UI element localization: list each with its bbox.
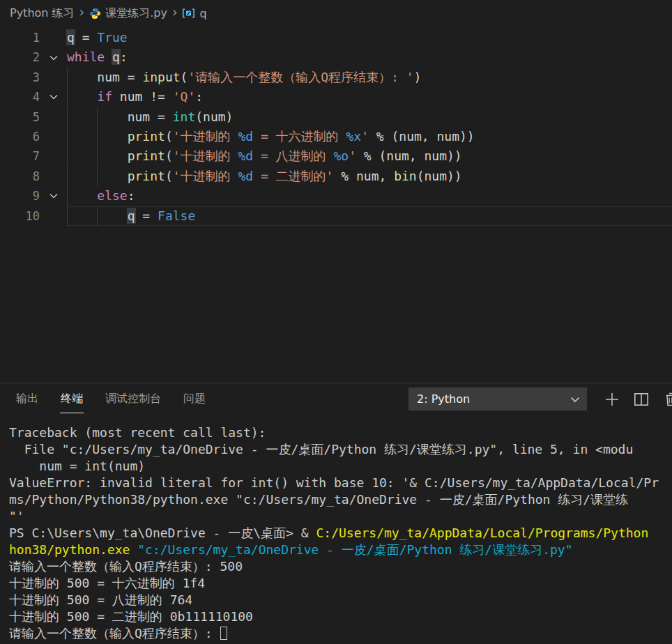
code-token: q [128, 208, 135, 223]
terminal-line: num = int(num) [9, 458, 672, 475]
terminal-instance-dropdown[interactable]: 2: Python [408, 388, 587, 411]
split-pane-icon [634, 392, 649, 406]
line-number: 2 [0, 47, 40, 67]
code-token: : [195, 89, 203, 104]
code-line[interactable]: 7print('十进制的 %d = 八进制的 %o' % (num, num)) [0, 146, 672, 166]
chevron-down-icon [570, 392, 580, 406]
fold-chevron-icon[interactable] [40, 87, 67, 107]
code-token: = 十六进制的 [253, 129, 346, 144]
breadcrumb-file-label: 课堂练习.py [105, 6, 167, 21]
chevron-right-icon: › [79, 6, 85, 21]
code-line[interactable]: 3num = input('请输入一个整数（输入Q程序结束）: ') [0, 68, 672, 87]
panel-tab-问题[interactable]: 问题 [183, 388, 206, 411]
code-token: '十进制的 [173, 169, 238, 183]
code-line[interactable]: 4if num != 'Q': [0, 87, 672, 107]
fold-gutter [40, 167, 67, 186]
terminal-token: File "c:/Users/my_ta/OneDrive - 一皮/桌面/Py… [9, 442, 633, 457]
code-token: % (num, num)) [356, 148, 462, 163]
code-token: else [97, 188, 127, 203]
code-token: while [67, 49, 105, 64]
code-line-content: num = int(num) [67, 107, 672, 127]
terminal-line: 十进制的 500 = 八进制的 764 [9, 592, 672, 608]
code-line[interactable]: 9else: [0, 186, 672, 206]
indent-guide [97, 206, 127, 226]
indent-guide [67, 167, 97, 186]
panel-tab-输出[interactable]: 输出 [15, 388, 39, 411]
code-token: False [158, 208, 195, 223]
split-terminal-button[interactable] [632, 390, 651, 409]
new-terminal-button[interactable] [602, 390, 622, 409]
code-token: print [128, 148, 165, 163]
python-file-icon [89, 8, 101, 20]
code-token: int [173, 109, 196, 124]
terminal-token: "c:/Users/my_ta/OneDrive - 一皮/桌面/Python … [137, 542, 572, 557]
code-token: (num)) [417, 169, 462, 183]
code-token: %d [238, 148, 253, 163]
terminal-line: ValueError: invalid literal for int() wi… [9, 475, 672, 491]
code-line[interactable]: 8print('十进制的 %d = 二进制的' % num, bin(num)) [0, 167, 672, 186]
terminal-line: 请输入一个整数（输入Q程序结束）: 500 [9, 558, 672, 575]
code-token: if [97, 89, 112, 104]
line-number: 4 [0, 87, 40, 107]
code-line[interactable]: 1q = True [0, 28, 672, 47]
code-token: = [75, 30, 98, 45]
code-line-content: if num != 'Q': [67, 87, 672, 107]
code-token: ( [165, 129, 173, 144]
fold-gutter [40, 68, 67, 87]
panel-tab-调试控制台[interactable]: 调试控制台 [105, 388, 162, 411]
plus-icon [604, 392, 620, 407]
indent-guide [67, 186, 97, 206]
terminal-cursor [220, 627, 227, 640]
panel-tab-终端[interactable]: 终端 [60, 388, 84, 411]
code-line[interactable]: 10q = False [0, 206, 672, 226]
code-token: '十进制的 [173, 148, 238, 163]
terminal-line: ms/Python/Python38/python.exe "c:/Users/… [9, 491, 672, 508]
code-token: %o [333, 148, 349, 163]
code-line[interactable]: 6print('十进制的 %d = 十六进制的 %x' % (num, num)… [0, 127, 672, 146]
terminal-line: hon38/python.exe "c:/Users/my_ta/OneDriv… [9, 542, 672, 558]
terminal-line: 十进制的 500 = 二进制的 0b111110100 [9, 608, 672, 625]
code-token: num = [97, 70, 142, 84]
code-token: print [128, 129, 165, 144]
code-token: num = [128, 109, 173, 124]
chevron-right-icon: › [172, 6, 178, 21]
indent-guide [67, 127, 97, 146]
editor-lines: 1q = True2while q:3num = input('请输入一个整数（… [0, 26, 672, 226]
code-line[interactable]: 2while q: [0, 47, 672, 67]
code-token: ) [414, 70, 422, 84]
breadcrumb-folder-label: Python 练习 [10, 6, 75, 21]
kill-terminal-button[interactable] [661, 390, 672, 409]
terminal-instance-label: 2: Python [417, 392, 470, 406]
panel-tabs: 输出终端调试控制台问题 [0, 388, 206, 411]
code-token: ' [349, 148, 356, 163]
fold-chevron-icon[interactable] [40, 186, 67, 206]
fold-gutter [40, 146, 67, 166]
terminal-line: Traceback (most recent call last): [9, 424, 672, 441]
code-line-content: else: [67, 186, 672, 206]
indent-guide [97, 146, 127, 166]
line-number: 10 [0, 206, 40, 226]
breadcrumb-item-file[interactable]: 课堂练习.py [89, 6, 167, 21]
terminal-output[interactable]: Traceback (most recent call last): File … [0, 415, 672, 642]
panel-header: 输出终端调试控制台问题 2: Python [0, 383, 672, 415]
code-token: print [128, 169, 165, 183]
indent-guide [67, 87, 97, 107]
panel-actions: 2: Python [408, 388, 672, 411]
line-number: 1 [0, 28, 40, 47]
terminal-token: "' [9, 509, 24, 523]
code-token: ( [165, 169, 173, 183]
breadcrumb: Python 练习 › 课堂练习.py › q [0, 0, 672, 26]
code-line-content: q = True [67, 28, 672, 47]
code-line-content: print('十进制的 %d = 八进制的 %o' % (num, num)) [67, 146, 672, 166]
code-editor[interactable]: 1q = True2while q:3num = input('请输入一个整数（… [0, 26, 672, 383]
indent-guide [97, 167, 127, 186]
code-line[interactable]: 5num = int(num) [0, 107, 672, 127]
line-number: 3 [0, 68, 40, 87]
fold-chevron-icon[interactable] [40, 47, 67, 67]
code-token: (num) [195, 109, 233, 124]
breadcrumb-item-folder[interactable]: Python 练习 [10, 6, 75, 21]
code-token: % num, [333, 169, 394, 183]
breadcrumb-item-symbol[interactable]: q [182, 7, 206, 20]
terminal-token: Traceback (most recent call last): [9, 425, 266, 440]
terminal-token: C:/Users/my_ta/AppData/Local/Programs/Py… [316, 526, 648, 540]
